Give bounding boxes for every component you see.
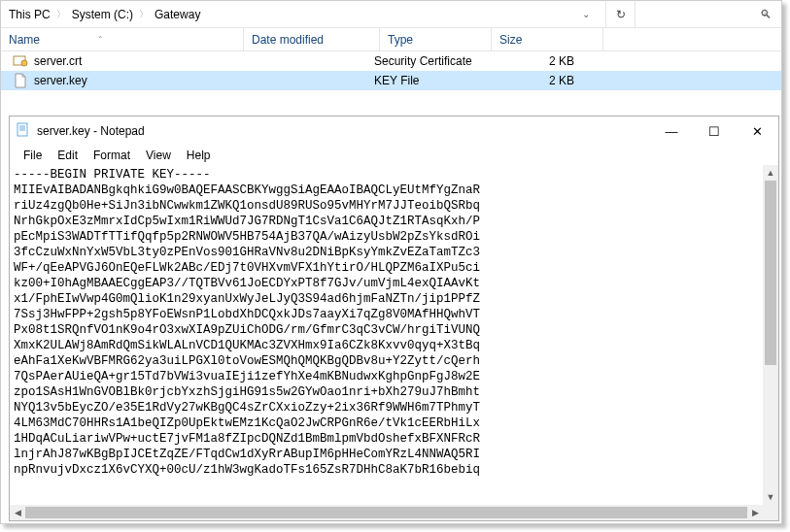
scroll-down-icon[interactable]: ▼ [763,489,778,505]
breadcrumb-item[interactable]: This PC [9,8,51,21]
breadcrumb-item[interactable]: Gateway [155,8,200,21]
chevron-right-icon: 〉 [56,8,66,21]
title-bar[interactable]: server.key - Notepad — ☐ ✕ [10,116,778,146]
menu-file[interactable]: File [17,148,48,163]
notepad-icon [16,122,31,141]
chevron-down-icon[interactable]: ⌄ [582,9,590,19]
scroll-right-icon[interactable]: ▶ [747,505,763,520]
menu-format[interactable]: Format [87,148,136,163]
minimize-button[interactable]: — [650,116,693,146]
horizontal-scrollbar[interactable]: ◀ ▶ [10,505,778,520]
window-title: server.key - Notepad [37,124,650,138]
column-label: Name [9,33,40,47]
file-type: Security Certificate [374,54,486,68]
file-size: 2 KB [486,74,598,87]
vertical-scrollbar[interactable]: ▲ ▼ [763,165,778,505]
scroll-left-icon[interactable]: ◀ [10,505,25,520]
close-button[interactable]: ✕ [736,116,778,146]
search-input[interactable]: 🔍︎ [635,1,781,27]
scroll-up-icon[interactable]: ▲ [763,165,778,181]
column-name[interactable]: Name ˄ [1,28,244,50]
refresh-icon: ↻ [616,8,626,21]
menu-help[interactable]: Help [181,148,217,163]
menu-view[interactable]: View [140,148,177,163]
breadcrumb-item[interactable]: System (C:) [72,8,133,21]
svg-point-1 [21,60,27,66]
maximize-icon: ☐ [708,124,720,139]
chevron-right-icon: 〉 [139,8,149,21]
maximize-button[interactable]: ☐ [693,116,736,146]
file-name: server.key [34,74,87,87]
notepad-window: server.key - Notepad — ☐ ✕ File Edit For… [9,116,779,521]
menu-bar: File Edit Format View Help [10,146,778,165]
column-type[interactable]: Type [380,28,492,50]
breadcrumb[interactable]: This PC 〉 System (C:) 〉 Gateway ⌄ [1,1,606,27]
scroll-corner [763,505,778,520]
scroll-thumb[interactable] [25,507,747,518]
file-icon [13,73,28,88]
column-size[interactable]: Size [492,28,603,50]
file-type: KEY File [374,74,486,87]
refresh-button[interactable]: ↻ [606,1,635,27]
file-list: server.crtSecurity Certificate2 KBserver… [1,51,781,90]
address-bar: This PC 〉 System (C:) 〉 Gateway ⌄ ↻ 🔍︎ [1,1,781,28]
file-row[interactable]: server.crtSecurity Certificate2 KB [1,51,781,71]
text-content[interactable]: -----BEGIN PRIVATE KEY----- MIIEvAIBADAN… [10,165,763,505]
scroll-thumb[interactable] [765,181,776,365]
file-row[interactable]: server.keyKEY File2 KB [1,71,781,90]
sort-asc-icon: ˄ [98,35,103,45]
close-icon: ✕ [752,124,763,139]
file-size: 2 KB [486,54,598,68]
minimize-icon: — [666,124,678,139]
search-icon: 🔍︎ [760,8,772,21]
file-icon [13,53,28,69]
column-date[interactable]: Date modified [244,28,380,50]
menu-edit[interactable]: Edit [52,148,84,163]
column-headers: Name ˄ Date modified Type Size [1,28,781,51]
file-name: server.crt [34,54,82,68]
